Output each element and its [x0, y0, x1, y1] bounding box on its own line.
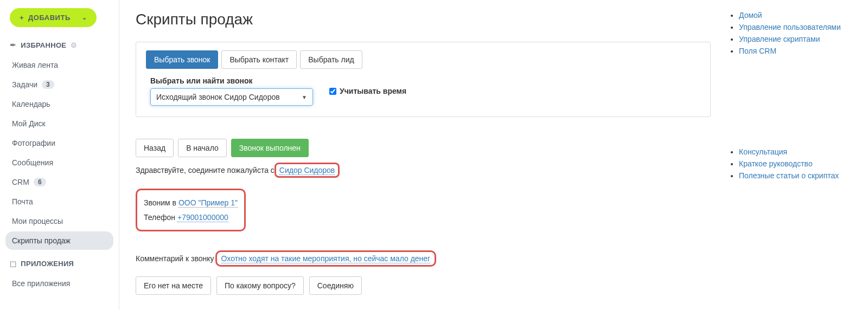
sidebar-item-label: Почта	[12, 197, 33, 206]
select-call-label: Выбрать или найти звонок	[150, 76, 313, 85]
admin-link[interactable]: Управление пользователями	[739, 23, 841, 31]
response-connecting-button[interactable]: Соединяю	[309, 276, 362, 295]
page-title: Скрипты продаж	[136, 11, 711, 28]
apps-header: ⬚ ПРИЛОЖЕНИЯ	[10, 260, 113, 268]
sidebar-item[interactable]: Скрипты продаж	[5, 231, 113, 250]
main-content: Скрипты продаж Выбрать звонок Выбрать ко…	[136, 11, 711, 299]
add-button-label: ДОБАВИТЬ	[28, 14, 71, 22]
response-absent-button[interactable]: Его нет на месте	[136, 276, 211, 295]
sidebar-item[interactable]: Живая лента	[5, 56, 113, 74]
help-item: Полезные статьи о скриптах	[739, 171, 852, 180]
admin-item: Домой	[739, 11, 852, 20]
sidebar-item-label: Сообщения	[12, 158, 53, 167]
sidebar-item[interactable]: Мои процессы	[5, 212, 113, 230]
sidebar-item[interactable]: CRM6	[5, 173, 113, 191]
select-panel: Выбрать звонок Выбрать контакт Выбрать л…	[136, 42, 711, 117]
tab-call[interactable]: Выбрать звонок	[146, 50, 218, 69]
caret-down-icon: ▼	[302, 94, 307, 100]
sidebar-item[interactable]: Календарь	[5, 95, 113, 113]
admin-item: Управление скриптами	[739, 35, 852, 43]
pin-icon: ✒	[10, 41, 16, 49]
comment-link[interactable]: Охотно ходят на такие мероприятия, но се…	[221, 254, 431, 263]
favorites-title: ИЗБРАННОЕ	[21, 41, 66, 49]
phone-link[interactable]: +79001000000	[177, 213, 228, 222]
phone-label: Телефон	[144, 213, 177, 222]
sidebar-item[interactable]: Мой Диск	[5, 114, 113, 133]
comment-highlight: Охотно ходят на такие мероприятия, но се…	[215, 250, 437, 267]
comment-line: Комментарий к звонку Охотно ходят на так…	[136, 250, 711, 267]
call-done-button[interactable]: Звонок выполнен	[231, 139, 309, 157]
box-icon: ⬚	[10, 260, 16, 268]
help-link[interactable]: Краткое руководство	[739, 159, 813, 168]
calling-line: Звоним в ООО "Пример 1"	[144, 196, 238, 210]
help-link[interactable]: Консультация	[739, 147, 787, 156]
admin-link[interactable]: Домой	[739, 11, 762, 20]
sidebar-item-label: Календарь	[12, 100, 50, 108]
gear-icon[interactable]: ⚙	[71, 41, 77, 49]
back-button[interactable]: Назад	[136, 139, 174, 157]
sidebar-badge: 6	[34, 178, 46, 186]
sidebar-item-label: Задачи	[12, 80, 37, 89]
sidebar-item[interactable]: Почта	[5, 192, 113, 211]
comment-prefix: Комментарий к звонку	[136, 254, 214, 263]
tab-contact[interactable]: Выбрать контакт	[221, 50, 297, 69]
company-link[interactable]: ООО "Пример 1"	[178, 198, 238, 208]
select-call-value: Исходящий звонок Сидор Сидоров	[156, 93, 280, 101]
sidebar-item-label: Фотографии	[12, 139, 55, 147]
admin-item: Поля CRM	[739, 47, 852, 55]
greeting-line: Здравствуйте, соедините пожалуйста с Сид…	[136, 163, 711, 178]
sidebar-item[interactable]: Сообщения	[5, 153, 113, 172]
help-links: КонсультацияКраткое руководствоПолезные …	[727, 147, 852, 180]
action-row: Назад В начало Звонок выполнен	[136, 139, 711, 157]
sidebar-item-label: Мои процессы	[12, 217, 63, 225]
sidebar-item[interactable]: Все приложения	[5, 274, 113, 293]
consider-time-row: Учитывать время	[329, 87, 406, 95]
favorites-list: Живая лентаЗадачи3КалендарьМой ДискФотог…	[5, 56, 113, 250]
apps-list: Все приложения	[5, 274, 113, 293]
select-call-dropdown[interactable]: Исходящий звонок Сидор Сидоров ▼	[150, 88, 313, 106]
tab-lead[interactable]: Выбрать лид	[300, 50, 362, 69]
greeting-name-highlight: Сидор Сидоров	[275, 163, 340, 178]
sidebar-item-label: Мой Диск	[12, 119, 46, 128]
sidebar-item[interactable]: Задачи3	[5, 75, 113, 94]
sidebar-badge: 3	[42, 80, 54, 89]
start-button[interactable]: В начало	[178, 139, 227, 157]
phone-line: Телефон +79001000000	[144, 210, 238, 225]
help-link[interactable]: Полезные статьи о скриптах	[739, 171, 839, 180]
sidebar-item[interactable]: Фотографии	[5, 134, 113, 152]
admin-link[interactable]: Поля CRM	[739, 47, 776, 55]
call-info-box: Звоним в ООО "Пример 1" Телефон +7900100…	[136, 189, 246, 231]
tabs: Выбрать звонок Выбрать контакт Выбрать л…	[146, 50, 700, 69]
apps-title: ПРИЛОЖЕНИЯ	[21, 260, 74, 268]
sidebar-item-label: CRM	[12, 178, 29, 186]
plus-icon: +	[20, 14, 24, 22]
response-question-button[interactable]: По какому вопросу?	[216, 276, 304, 295]
greeting-prefix: Здравствуйте, соедините пожалуйста с	[136, 166, 275, 175]
chevron-down-icon: ⌄	[82, 14, 87, 21]
sidebar-item-label: Живая лента	[12, 61, 58, 69]
greeting-name-link[interactable]: Сидор Сидоров	[279, 166, 335, 175]
admin-link[interactable]: Управление скриптами	[739, 35, 820, 43]
consider-time-label: Учитывать время	[340, 87, 406, 95]
sidebar-item-label: Скрипты продаж	[12, 236, 71, 245]
admin-item: Управление пользователями	[739, 23, 852, 31]
help-item: Краткое руководство	[739, 159, 852, 168]
select-call-group: Выбрать или найти звонок Исходящий звоно…	[146, 76, 313, 106]
admin-links: ДомойУправление пользователямиУправление…	[727, 11, 852, 55]
favorites-header: ✒ ИЗБРАННОЕ ⚙	[10, 41, 113, 49]
add-button[interactable]: + ДОБАВИТЬ ⌄	[10, 8, 97, 27]
right-sidebar: ДомойУправление пользователямиУправление…	[727, 11, 852, 299]
sidebar: + ДОБАВИТЬ ⌄ ✒ ИЗБРАННОЕ ⚙ Живая лентаЗа…	[0, 0, 119, 310]
help-item: Консультация	[739, 147, 852, 156]
calling-prefix: Звоним в	[144, 198, 178, 207]
consider-time-checkbox[interactable]	[329, 88, 336, 95]
response-buttons: Его нет на месте По какому вопросу? Соед…	[136, 276, 711, 295]
